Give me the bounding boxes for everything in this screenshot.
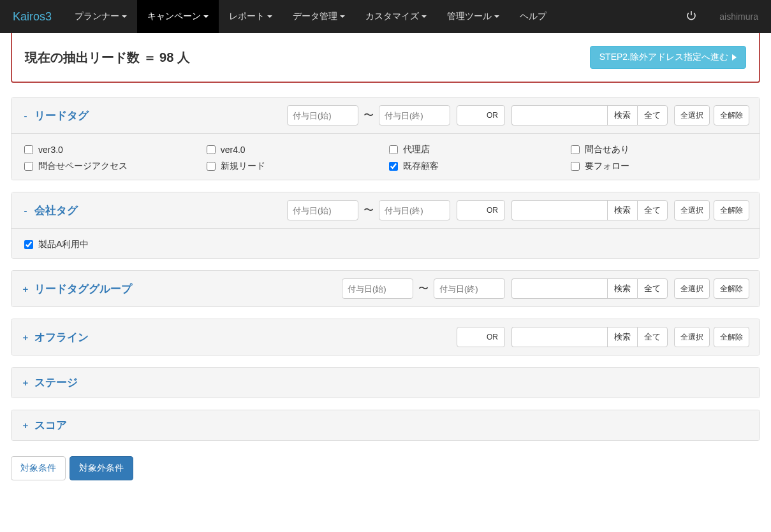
- nav-item-0[interactable]: プランナー: [64, 0, 137, 33]
- option-label: ver3.0: [38, 145, 63, 155]
- username-label: aishimura: [707, 11, 771, 22]
- nav-item-1[interactable]: キャンペーン: [137, 0, 219, 33]
- tilde-icon: 〜: [417, 282, 430, 296]
- deselect-all-button[interactable]: 全解除: [714, 327, 749, 347]
- search-button[interactable]: 検索: [607, 200, 637, 220]
- option-checkbox[interactable]: [24, 162, 33, 171]
- select-all-button[interactable]: 全選択: [674, 278, 710, 299]
- expand-icon: +: [22, 284, 29, 294]
- option-label: 問合せあり: [585, 144, 629, 155]
- chevron-right-icon: [732, 54, 737, 61]
- option-6[interactable]: 既存顧客: [389, 161, 565, 172]
- nav-item-6[interactable]: ヘルプ: [510, 0, 557, 33]
- top-navbar: Kairos3 プランナー キャンペーン レポート データ管理 カスタマイズ 管…: [0, 0, 771, 33]
- lead-count-text: 現在の抽出リード数 ＝ 98 人: [25, 49, 190, 66]
- date-start-input[interactable]: [287, 200, 358, 220]
- logic-or-toggle[interactable]: OR: [457, 327, 505, 347]
- search-button[interactable]: 検索: [607, 278, 637, 299]
- deselect-all-button[interactable]: 全解除: [714, 278, 749, 299]
- panel-header-leadTag[interactable]: -リードタグ〜OR検索全て全選択全解除: [11, 97, 760, 134]
- condition-tabs: 対象条件 対象外条件: [11, 456, 760, 480]
- show-all-button[interactable]: 全て: [637, 105, 668, 126]
- option-3[interactable]: 問合せあり: [571, 144, 747, 155]
- search-button[interactable]: 検索: [607, 327, 637, 347]
- option-checkbox[interactable]: [24, 240, 33, 249]
- option-checkbox[interactable]: [389, 145, 398, 154]
- select-all-button[interactable]: 全選択: [674, 105, 710, 126]
- search-input[interactable]: [511, 278, 607, 299]
- deselect-all-button[interactable]: 全解除: [714, 105, 749, 126]
- option-label: 問合せページアクセス: [38, 161, 128, 172]
- caret-down-icon: [494, 15, 499, 18]
- option-label: 既存顧客: [403, 161, 439, 172]
- tab-exclude[interactable]: 対象外条件: [70, 456, 133, 480]
- nav-item-5[interactable]: 管理ツール: [437, 0, 510, 33]
- panel-offline: +オフラインOR検索全て全選択全解除: [11, 319, 760, 356]
- panel-leadTag: -リードタグ〜OR検索全て全選択全解除ver3.0ver4.0代理店問合せあり問…: [11, 97, 760, 180]
- power-icon[interactable]: [676, 10, 707, 23]
- tilde-icon: 〜: [362, 204, 375, 217]
- option-4[interactable]: 問合せページアクセス: [24, 161, 200, 172]
- panel-header-offline[interactable]: +オフラインOR検索全て全選択全解除: [11, 319, 760, 355]
- search-button[interactable]: 検索: [607, 105, 637, 126]
- panel-header-score[interactable]: +スコア: [11, 410, 760, 440]
- panel-companyTag: -会社タグ〜OR検索全て全選択全解除製品A利用中: [11, 192, 760, 259]
- search-input[interactable]: [511, 105, 607, 126]
- option-0[interactable]: ver3.0: [24, 144, 200, 155]
- lead-count-box: 現在の抽出リード数 ＝ 98 人 STEP2.除外アドレス指定へ進む: [11, 33, 760, 83]
- panel-title: +オフライン: [22, 330, 89, 345]
- panel-header-companyTag[interactable]: -会社タグ〜OR検索全て全選択全解除: [11, 192, 760, 229]
- deselect-all-button[interactable]: 全解除: [714, 200, 749, 220]
- logic-or-toggle[interactable]: OR: [457, 200, 505, 220]
- nav-item-3[interactable]: データ管理: [283, 0, 355, 33]
- option-0[interactable]: 製品A利用中: [24, 239, 200, 250]
- expand-icon: -: [22, 110, 29, 121]
- nav-item-4[interactable]: カスタマイズ: [355, 0, 437, 33]
- date-end-input[interactable]: [379, 105, 450, 126]
- panel-title: +リードタググループ: [22, 282, 132, 296]
- option-checkbox[interactable]: [207, 162, 216, 171]
- select-all-button[interactable]: 全選択: [674, 327, 710, 347]
- expand-icon: +: [22, 377, 29, 388]
- date-start-input[interactable]: [287, 105, 358, 126]
- option-1[interactable]: ver4.0: [207, 144, 383, 155]
- nav-item-2[interactable]: レポート: [219, 0, 283, 33]
- step2-next-button[interactable]: STEP2.除外アドレス指定へ進む: [590, 46, 746, 69]
- option-checkbox[interactable]: [571, 162, 580, 171]
- panel-title: -会社タグ: [22, 203, 78, 218]
- caret-down-icon: [340, 15, 345, 18]
- option-checkbox[interactable]: [24, 145, 33, 154]
- option-label: ver4.0: [221, 145, 246, 155]
- option-7[interactable]: 要フォロー: [571, 161, 747, 172]
- brand-logo[interactable]: Kairos3: [0, 0, 64, 33]
- show-all-button[interactable]: 全て: [637, 327, 668, 347]
- option-label: 代理店: [403, 144, 430, 155]
- panel-score: +スコア: [11, 410, 760, 441]
- date-start-input[interactable]: [342, 278, 413, 299]
- show-all-button[interactable]: 全て: [637, 278, 668, 299]
- panel-header-leadTagGroup[interactable]: +リードタググループ〜検索全て全選択全解除: [11, 271, 760, 306]
- caret-down-icon: [422, 15, 427, 18]
- option-label: 製品A利用中: [38, 239, 89, 250]
- search-input[interactable]: [511, 327, 607, 347]
- date-end-input[interactable]: [434, 278, 505, 299]
- option-checkbox[interactable]: [571, 145, 580, 154]
- select-all-button[interactable]: 全選択: [674, 200, 710, 220]
- tilde-icon: 〜: [362, 109, 375, 122]
- logic-or-toggle[interactable]: OR: [457, 105, 505, 126]
- panel-header-stage[interactable]: +ステージ: [11, 368, 760, 398]
- expand-icon: +: [22, 420, 29, 431]
- option-checkbox[interactable]: [207, 145, 216, 154]
- option-5[interactable]: 新規リード: [207, 161, 383, 172]
- search-input[interactable]: [511, 200, 607, 220]
- expand-icon: +: [22, 332, 29, 343]
- panel-leadTagGroup: +リードタググループ〜検索全て全選択全解除: [11, 270, 760, 307]
- date-end-input[interactable]: [379, 200, 450, 220]
- show-all-button[interactable]: 全て: [637, 200, 668, 220]
- expand-icon: -: [22, 205, 29, 216]
- option-checkbox[interactable]: [389, 162, 398, 171]
- option-2[interactable]: 代理店: [389, 144, 565, 155]
- caret-down-icon: [122, 15, 127, 18]
- panel-stage: +ステージ: [11, 367, 760, 398]
- tab-include[interactable]: 対象条件: [11, 456, 66, 480]
